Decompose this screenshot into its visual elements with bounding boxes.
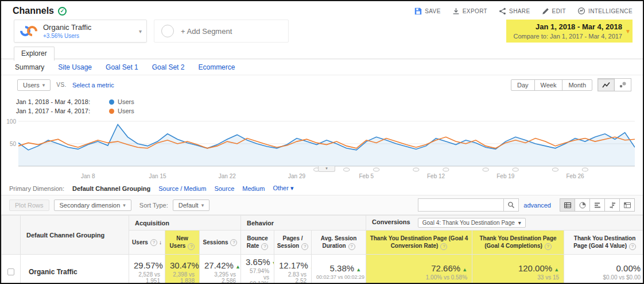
help-icon[interactable]: ? [348,243,355,250]
dimension-source[interactable]: Source [214,185,234,192]
pivot-view-icon [623,201,631,209]
help-icon[interactable]: ? [301,243,308,250]
group-header-conversions: Conversions Goal 4: Thank You Destinatio… [366,216,644,231]
column-header-pages-session[interactable]: Pages / Session? [274,231,312,255]
primary-dimension-label: Primary Dimension: [9,185,64,192]
view-performance-button[interactable] [589,198,605,212]
y-tick-label: 100 [6,118,16,125]
dimension-source-medium[interactable]: Source / Medium [158,185,206,192]
column-header-goal4-conversion-rate[interactable]: Thank You Destination Page (Goal 4 Conve… [366,231,472,255]
search-button[interactable] [504,198,519,212]
help-icon[interactable]: ? [545,243,552,250]
column-header-goal4-completions[interactable]: Thank You Destination Page (Goal 4 Compl… [472,231,564,255]
help-icon[interactable]: ? [150,239,157,246]
date-range-selector[interactable]: Jan 1, 2018 - Mar 4, 2018 Compare to: Ja… [506,20,633,43]
table-toolbar: Plot Rows Secondary dimension ▾ Sort Typ… [1,195,643,215]
export-button[interactable]: EXPORT [452,7,487,15]
sort-type-dropdown[interactable]: Default ▾ [173,199,210,211]
subtab-goal-set-1[interactable]: Goal Set 1 [106,63,138,71]
subtab-site-usage[interactable]: Site Usage [58,63,92,71]
timeline-toggle[interactable]: ▾ [318,166,335,172]
save-button[interactable]: SAVE [414,7,441,15]
series-dot-orange-icon [109,109,114,114]
export-label: EXPORT [463,8,487,14]
granularity-day-button[interactable]: Day [511,79,535,91]
active-segment[interactable]: Organic Traffic +3.56% Users ▾ [14,20,147,43]
x-tick-label: Feb 12 [427,173,445,179]
motion-chart-toggle-button[interactable] [614,78,631,91]
save-icon [414,7,422,15]
annotation-marker[interactable] [513,168,518,171]
select-metric-link[interactable]: Select a metric [72,82,114,89]
annotation-marker[interactable] [413,168,419,171]
column-header-new-users[interactable]: New Users? [165,231,200,255]
tab-explorer[interactable]: Explorer [14,47,55,61]
help-icon[interactable]: ? [230,239,237,246]
help-icon[interactable]: ? [261,243,268,250]
select-all-cell[interactable] [2,216,21,255]
subtab-ecommerce[interactable]: Ecommerce [198,63,235,71]
help-icon[interactable]: ? [440,243,447,250]
sort-desc-icon[interactable]: ↓ [159,239,162,245]
annotation-marker[interactable] [443,168,449,171]
row-dimension-value[interactable]: Organic Traffic [21,255,129,284]
chevron-down-icon: ▾ [42,82,45,88]
metric-value: 3.65% [246,257,270,267]
table-search [418,198,519,212]
x-tick-label: Jan 29 [288,173,305,179]
chart-type-buttons [598,78,631,91]
row-checkbox[interactable] [7,268,14,275]
granularity-week-button[interactable]: Week [534,79,563,91]
advanced-search-link[interactable]: advanced [523,202,551,209]
plot-rows-button[interactable]: Plot Rows [9,199,49,211]
view-percentage-button[interactable] [575,198,590,212]
timeseries-chart[interactable] [18,118,635,173]
metric-dropdown-value: Users [23,82,40,89]
column-header-bounce-rate[interactable]: Bounce Rate? [241,231,274,255]
line-chart-toggle-button[interactable] [598,78,615,91]
add-segment-button[interactable]: + Add Segment [154,20,289,43]
goal-selector-value: Goal 4: Thank You Destination Page [422,220,515,226]
dimension-other-dropdown[interactable]: Other ▾ [273,185,293,192]
annotation-marker[interactable] [374,168,379,171]
edit-button[interactable]: EDIT [542,7,566,15]
column-header-avg-session-duration[interactable]: Avg. Session Duration? [312,231,366,255]
verified-check-icon: ✓ [58,7,67,16]
edit-icon [542,7,549,15]
dimension-medium[interactable]: Medium [242,185,265,192]
view-pivot-button[interactable] [619,198,635,212]
save-label: SAVE [425,8,441,14]
help-icon[interactable]: ? [188,243,195,250]
column-header-goal4-value[interactable]: Thank You Destination Page (Goal 4 Value… [564,231,644,255]
view-comparison-button[interactable] [604,198,620,212]
subtab-summary[interactable]: Summary [15,63,44,71]
help-icon[interactable]: ? [629,243,636,250]
granularity-month-button[interactable]: Month [562,79,592,91]
view-table-button[interactable] [560,198,575,212]
metric-comparison: 3,295 vs 2,586 [204,271,236,284]
dimension-default-channel-grouping[interactable]: Default Channel Grouping [72,185,150,192]
annotation-marker[interactable] [552,168,558,171]
cell-goal4-value: 0.00% $0.00 vs $0.00 [564,255,644,284]
annotation-marker[interactable] [344,168,350,171]
share-button[interactable]: SHARE [499,7,530,15]
goal-selector-dropdown[interactable]: Goal 4: Thank You Destination Page ▾ [418,218,526,228]
annotation-marker[interactable] [582,168,588,171]
column-label: Thank You Destination Page (Goal 4 Value… [573,235,635,249]
date-caret-down-icon: ▼ [625,28,631,34]
column-header-users[interactable]: Users?↓ [129,231,165,255]
metric-dropdown[interactable]: Users ▾ [17,79,51,91]
secondary-dimension-dropdown[interactable]: Secondary dimension ▾ [54,199,131,211]
chevron-down-icon: ▾ [123,202,126,208]
cell-avg-session-duration: 5.38%▲ 00:02:37 vs 00:02:29 [312,255,366,284]
search-input[interactable] [418,198,504,212]
column-header-sessions[interactable]: Sessions? [200,231,241,255]
legend-series-label[interactable]: Users [118,108,134,114]
dimension-column-header[interactable]: Default Channel Grouping [21,216,129,255]
x-tick-label: Feb 26 [566,173,584,179]
legend-series-label[interactable]: Users [118,98,134,105]
annotation-marker[interactable] [483,168,488,171]
intelligence-button[interactable]: INTELLIGENCE [577,7,633,15]
subtab-goal-set-2[interactable]: Goal Set 2 [152,63,185,71]
toolbar-right: advanced [418,198,635,212]
